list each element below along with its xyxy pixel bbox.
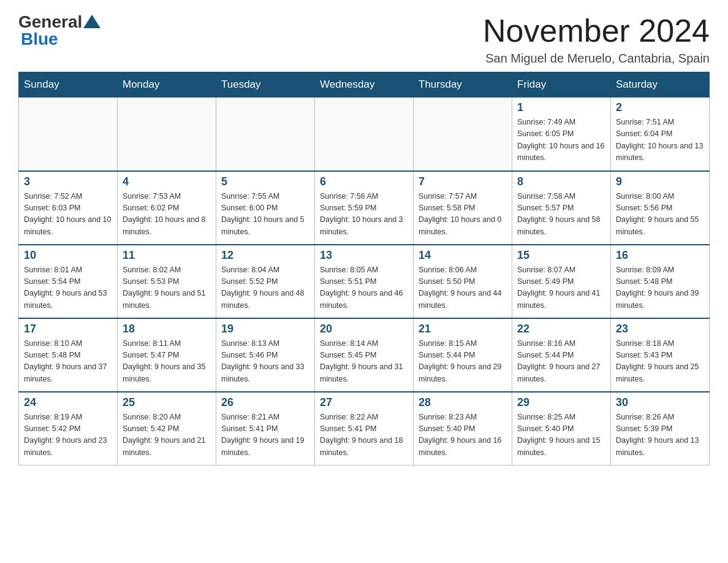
calendar-cell: 13Sunrise: 8:05 AMSunset: 5:51 PMDayligh… [315,245,414,318]
day-info: Sunrise: 7:49 AMSunset: 6:05 PMDaylight:… [517,117,605,164]
calendar-cell: 21Sunrise: 8:15 AMSunset: 5:44 PMDayligh… [414,318,512,392]
day-info: Sunrise: 7:52 AMSunset: 6:03 PMDaylight:… [24,191,112,239]
title-section: November 2024 San Miguel de Meruelo, Can… [483,12,710,66]
day-number: 22 [517,323,605,335]
day-number: 24 [24,396,112,409]
day-number: 20 [320,323,408,335]
calendar-cell: 15Sunrise: 8:07 AMSunset: 5:49 PMDayligh… [512,245,611,318]
calendar-cell: 19Sunrise: 8:13 AMSunset: 5:46 PMDayligh… [216,318,315,392]
calendar-week-row: 10Sunrise: 8:01 AMSunset: 5:54 PMDayligh… [19,245,710,318]
calendar-cell: 2Sunrise: 7:51 AMSunset: 6:04 PMDaylight… [611,98,710,171]
calendar-cell: 27Sunrise: 8:22 AMSunset: 5:41 PMDayligh… [315,392,414,465]
day-info: Sunrise: 8:21 AMSunset: 5:41 PMDaylight:… [221,412,309,459]
day-number: 8 [517,175,605,188]
calendar-cell: 30Sunrise: 8:26 AMSunset: 5:39 PMDayligh… [611,392,710,465]
day-number: 2 [616,101,704,114]
day-info: Sunrise: 8:14 AMSunset: 5:45 PMDaylight:… [320,338,408,386]
day-number: 23 [616,323,704,335]
calendar-cell [315,98,414,171]
calendar-cell: 23Sunrise: 8:18 AMSunset: 5:43 PMDayligh… [611,318,710,392]
day-info: Sunrise: 7:51 AMSunset: 6:04 PMDaylight:… [616,117,704,164]
day-info: Sunrise: 8:01 AMSunset: 5:54 PMDaylight:… [24,264,112,312]
calendar-cell: 14Sunrise: 8:06 AMSunset: 5:50 PMDayligh… [414,245,512,318]
location-subtitle: San Miguel de Meruelo, Cantabria, Spain [483,52,710,66]
day-info: Sunrise: 7:55 AMSunset: 6:00 PMDaylight:… [221,191,309,239]
calendar-cell: 28Sunrise: 8:23 AMSunset: 5:40 PMDayligh… [414,392,512,465]
day-number: 15 [517,249,605,262]
weekday-header-sunday: Sunday [19,72,118,98]
calendar-cell: 24Sunrise: 8:19 AMSunset: 5:42 PMDayligh… [19,392,118,465]
day-number: 10 [24,249,112,262]
day-number: 30 [616,396,704,409]
day-number: 27 [320,396,408,409]
calendar-cell: 11Sunrise: 8:02 AMSunset: 5:53 PMDayligh… [118,245,216,318]
day-number: 19 [221,323,309,335]
weekday-header-friday: Friday [512,72,611,98]
weekday-header-row: SundayMondayTuesdayWednesdayThursdayFrid… [19,72,710,98]
weekday-header-thursday: Thursday [414,72,512,98]
weekday-header-wednesday: Wednesday [315,72,414,98]
logo-blue-text: Blue [21,29,58,49]
calendar-cell: 10Sunrise: 8:01 AMSunset: 5:54 PMDayligh… [19,245,118,318]
calendar-cell: 5Sunrise: 7:55 AMSunset: 6:00 PMDaylight… [216,171,315,245]
day-number: 7 [419,175,507,188]
calendar-cell: 8Sunrise: 7:58 AMSunset: 5:57 PMDaylight… [512,171,611,245]
calendar-cell: 16Sunrise: 8:09 AMSunset: 5:48 PMDayligh… [611,245,710,318]
day-info: Sunrise: 8:19 AMSunset: 5:42 PMDaylight:… [24,412,112,459]
calendar-week-row: 1Sunrise: 7:49 AMSunset: 6:05 PMDaylight… [19,98,710,171]
day-number: 29 [517,396,605,409]
calendar-table: SundayMondayTuesdayWednesdayThursdayFrid… [18,72,710,465]
calendar-cell: 17Sunrise: 8:10 AMSunset: 5:48 PMDayligh… [19,318,118,392]
day-info: Sunrise: 8:00 AMSunset: 5:56 PMDaylight:… [616,191,704,239]
calendar-cell: 9Sunrise: 8:00 AMSunset: 5:56 PMDaylight… [611,171,710,245]
calendar-cell [118,98,216,171]
calendar-cell: 22Sunrise: 8:16 AMSunset: 5:44 PMDayligh… [512,318,611,392]
day-info: Sunrise: 8:22 AMSunset: 5:41 PMDaylight:… [320,412,408,459]
day-number: 16 [616,249,704,262]
calendar-cell: 25Sunrise: 8:20 AMSunset: 5:42 PMDayligh… [118,392,216,465]
month-title: November 2024 [483,12,710,49]
day-info: Sunrise: 8:20 AMSunset: 5:42 PMDaylight:… [123,412,211,459]
day-info: Sunrise: 8:10 AMSunset: 5:48 PMDaylight:… [24,338,112,386]
day-number: 26 [221,396,309,409]
day-info: Sunrise: 8:13 AMSunset: 5:46 PMDaylight:… [221,338,309,386]
day-number: 4 [123,175,211,188]
day-info: Sunrise: 7:58 AMSunset: 5:57 PMDaylight:… [517,191,605,239]
calendar-cell: 1Sunrise: 7:49 AMSunset: 6:05 PMDaylight… [512,98,611,171]
day-info: Sunrise: 8:05 AMSunset: 5:51 PMDaylight:… [320,264,408,312]
calendar-cell [216,98,315,171]
weekday-header-monday: Monday [118,72,216,98]
day-number: 25 [123,396,211,409]
calendar-week-row: 24Sunrise: 8:19 AMSunset: 5:42 PMDayligh… [19,392,710,465]
day-info: Sunrise: 8:11 AMSunset: 5:47 PMDaylight:… [123,338,211,386]
day-info: Sunrise: 7:53 AMSunset: 6:02 PMDaylight:… [123,191,211,239]
calendar-cell: 20Sunrise: 8:14 AMSunset: 5:45 PMDayligh… [315,318,414,392]
day-info: Sunrise: 8:16 AMSunset: 5:44 PMDaylight:… [517,338,605,386]
calendar-cell: 3Sunrise: 7:52 AMSunset: 6:03 PMDaylight… [19,171,118,245]
day-number: 28 [419,396,507,409]
day-number: 13 [320,249,408,262]
day-info: Sunrise: 8:06 AMSunset: 5:50 PMDaylight:… [419,264,507,312]
day-info: Sunrise: 8:07 AMSunset: 5:49 PMDaylight:… [517,264,605,312]
day-info: Sunrise: 8:25 AMSunset: 5:40 PMDaylight:… [517,412,605,459]
calendar-week-row: 3Sunrise: 7:52 AMSunset: 6:03 PMDaylight… [19,171,710,245]
day-number: 6 [320,175,408,188]
day-info: Sunrise: 8:09 AMSunset: 5:48 PMDaylight:… [616,264,704,312]
day-number: 1 [517,101,605,114]
day-number: 9 [616,175,704,188]
calendar-cell [414,98,512,171]
day-number: 21 [419,323,507,335]
day-info: Sunrise: 7:57 AMSunset: 5:58 PMDaylight:… [419,191,507,239]
day-info: Sunrise: 8:02 AMSunset: 5:53 PMDaylight:… [123,264,211,312]
day-number: 18 [123,323,211,335]
calendar-cell: 7Sunrise: 7:57 AMSunset: 5:58 PMDaylight… [414,171,512,245]
calendar-week-row: 17Sunrise: 8:10 AMSunset: 5:48 PMDayligh… [19,318,710,392]
day-number: 11 [123,249,211,262]
day-number: 14 [419,249,507,262]
day-info: Sunrise: 8:26 AMSunset: 5:39 PMDaylight:… [616,412,704,459]
page-header: General Blue November 2024 San Miguel de… [18,12,710,66]
day-info: Sunrise: 8:18 AMSunset: 5:43 PMDaylight:… [616,338,704,386]
weekday-header-tuesday: Tuesday [216,72,315,98]
calendar-cell: 4Sunrise: 7:53 AMSunset: 6:02 PMDaylight… [118,171,216,245]
weekday-header-saturday: Saturday [611,72,710,98]
